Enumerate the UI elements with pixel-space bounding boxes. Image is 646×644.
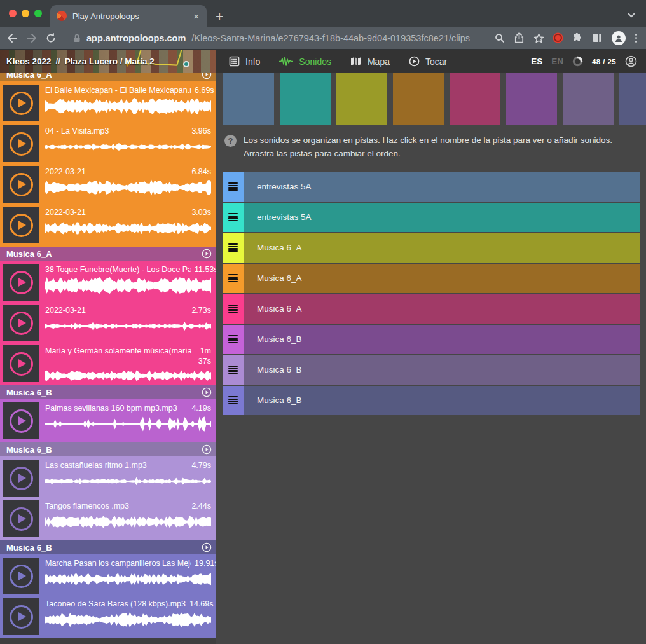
track-name-bar[interactable]: entrevistas 5A xyxy=(244,203,640,232)
track-section-header[interactable]: Musica 6_B xyxy=(0,540,216,554)
recorder-extension-icon[interactable] xyxy=(554,34,562,42)
clip-play-button[interactable] xyxy=(3,345,39,382)
sidebar-track-section: Musica 6_B Palmas sevillanas 160 bpm mp3… xyxy=(0,385,216,442)
clip-play-button[interactable] xyxy=(3,558,39,594)
new-tab-button[interactable]: + xyxy=(216,10,223,23)
browser-toolbar: app.antropoloops.com/Kleos-Santa-Marina/… xyxy=(0,27,646,50)
clip-waveform[interactable] xyxy=(45,571,211,587)
clip-play-button[interactable] xyxy=(3,264,39,301)
clip-waveform[interactable] xyxy=(45,318,211,334)
close-window-button[interactable] xyxy=(9,10,17,17)
track-drag-handle[interactable] xyxy=(223,325,244,354)
breadcrumb-page[interactable]: Plaza Lucero / María 2 xyxy=(65,57,155,66)
clip-play-button[interactable] xyxy=(3,305,39,341)
track-section-name: Musica 6_B xyxy=(6,543,52,552)
clip-play-button[interactable] xyxy=(3,85,39,121)
track-drag-handle[interactable] xyxy=(223,203,244,232)
tab-close-icon[interactable]: × xyxy=(192,10,200,22)
track-name-bar[interactable]: Musica 6_A xyxy=(244,264,640,293)
track-name-bar[interactable]: Musica 6_A xyxy=(244,294,640,324)
back-icon[interactable] xyxy=(6,33,18,43)
nav-tab-tocar[interactable]: Tocar xyxy=(409,56,447,67)
clip-waveform[interactable] xyxy=(45,612,211,628)
nav-label-tocar: Tocar xyxy=(425,57,447,67)
lang-en-button[interactable]: EN xyxy=(551,57,563,66)
track-section-header[interactable]: Musica 6_B xyxy=(0,442,216,456)
clip-play-button[interactable] xyxy=(3,402,39,439)
share-icon[interactable] xyxy=(514,32,524,43)
section-play-circle-icon[interactable] xyxy=(202,444,212,455)
nav-tab-mapa[interactable]: Mapa xyxy=(350,57,390,67)
bookmark-star-icon[interactable] xyxy=(533,33,544,43)
browser-tab[interactable]: Play Antropoloops × xyxy=(50,5,207,27)
side-panel-icon[interactable] xyxy=(592,33,602,43)
help-note: ? Los sonidos se organizan en pistas. Ha… xyxy=(224,134,642,161)
reload-icon[interactable] xyxy=(46,33,56,43)
clip-waveform[interactable] xyxy=(45,514,211,530)
browser-menu-icon[interactable] xyxy=(635,34,637,43)
track-section-body: Las castañuelas ritmo 1.mp3 4.79s Tangos… xyxy=(0,456,216,540)
track-drag-handle[interactable] xyxy=(223,355,244,385)
track-drag-handle[interactable] xyxy=(223,233,244,263)
track-name-bar[interactable]: Musica 6_A xyxy=(244,233,640,263)
clip-play-button[interactable] xyxy=(3,598,39,635)
track-drag-handle[interactable] xyxy=(223,172,244,202)
clip-main: Las castañuelas ritmo 1.mp3 4.79s xyxy=(39,458,216,498)
clip-play-button[interactable] xyxy=(3,207,39,243)
track-name-bar[interactable]: Musica 6_B xyxy=(244,355,640,385)
track-section-header[interactable]: Musica 6_A xyxy=(0,73,216,81)
section-play-circle-icon[interactable] xyxy=(202,73,212,79)
clip-waveform[interactable] xyxy=(45,98,211,114)
track-drag-handle[interactable] xyxy=(223,386,244,415)
clip-duration: 4.79s xyxy=(151,460,211,471)
clip-play-button[interactable] xyxy=(3,166,39,203)
map-thumbnail[interactable]: Kleos 2022 // Plaza Lucero / María 2 xyxy=(0,50,216,73)
clip-waveform[interactable] xyxy=(45,473,211,490)
clip-name: 04 - La Visita.mp3 xyxy=(45,126,109,135)
section-play-circle-icon[interactable] xyxy=(202,249,212,259)
clip-waveform[interactable] xyxy=(45,277,211,294)
zoom-page-icon[interactable] xyxy=(495,33,505,43)
header-right-cluster: ES EN 48 / 25 xyxy=(531,55,637,67)
track-drag-handle[interactable] xyxy=(223,264,244,293)
clip-waveform[interactable] xyxy=(45,368,211,383)
section-play-circle-icon[interactable] xyxy=(202,542,212,552)
clip-waveform[interactable] xyxy=(45,139,211,155)
nav-tab-sonidos[interactable]: Sonidos xyxy=(279,57,331,67)
drag-handle-icon xyxy=(228,335,238,343)
lang-es-button[interactable]: ES xyxy=(531,57,542,66)
breadcrumb-project[interactable]: Kleos 2022 xyxy=(6,57,52,66)
track-row: entrevistas 5A xyxy=(223,203,640,232)
track-name: Musica 6_B xyxy=(257,395,302,405)
clip-play-button[interactable] xyxy=(3,460,39,497)
track-name-bar[interactable]: Musica 6_B xyxy=(244,325,640,354)
extensions-puzzle-icon[interactable] xyxy=(572,32,582,43)
nav-tab-info[interactable]: Info xyxy=(229,56,260,67)
track-drag-handle[interactable] xyxy=(223,294,244,324)
account-icon[interactable] xyxy=(625,55,637,67)
tab-search-chevron-icon[interactable] xyxy=(627,9,636,20)
zoom-window-button[interactable] xyxy=(34,10,42,17)
clip-name: 38 Toque Funebre(Muerte) - Los Doce Par.… xyxy=(45,264,191,274)
audio-clip: 2022-03-21 2.73s xyxy=(0,303,216,343)
clip-main: María y Germán solamente música(maría 2.… xyxy=(39,344,216,383)
track-name-bar[interactable]: entrevistas 5A xyxy=(244,172,640,202)
track-name-bar[interactable]: Musica 6_B xyxy=(244,386,640,415)
clip-name: Las castañuelas ritmo 1.mp3 xyxy=(45,460,147,470)
clip-waveform[interactable] xyxy=(45,220,211,236)
drag-handle-icon xyxy=(228,366,238,374)
track-row: Musica 6_B xyxy=(223,355,640,385)
section-play-circle-icon[interactable] xyxy=(202,387,212,397)
clip-play-button[interactable] xyxy=(3,125,39,162)
clip-waveform[interactable] xyxy=(45,179,211,196)
profile-avatar[interactable] xyxy=(612,31,626,45)
forward-icon[interactable] xyxy=(26,33,38,43)
clip-play-button[interactable] xyxy=(3,500,39,537)
audio-clip: 38 Toque Funebre(Muerte) - Los Doce Par.… xyxy=(0,263,216,302)
track-section-header[interactable]: Musica 6_B xyxy=(0,385,216,399)
address-bar[interactable]: app.antropoloops.com/Kleos-Santa-Marina/… xyxy=(64,33,486,43)
clip-waveform[interactable] xyxy=(45,416,211,432)
track-section-name: Musica 6_A xyxy=(6,249,52,259)
minimize-window-button[interactable] xyxy=(22,10,29,17)
track-section-header[interactable]: Musica 6_A xyxy=(0,247,216,261)
